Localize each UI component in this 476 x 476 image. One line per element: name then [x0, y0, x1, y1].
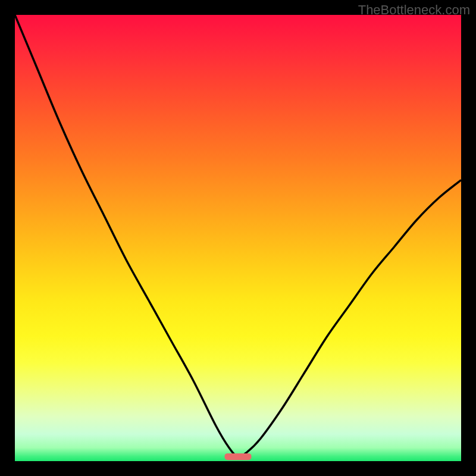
- bottleneck-curve: [15, 15, 461, 457]
- attribution-text: TheBottleneck.com: [358, 2, 470, 18]
- chart-svg: [15, 15, 461, 461]
- chart-container: TheBottleneck.com: [0, 0, 476, 476]
- optimal-marker: [225, 453, 252, 460]
- plot-area: [15, 15, 461, 461]
